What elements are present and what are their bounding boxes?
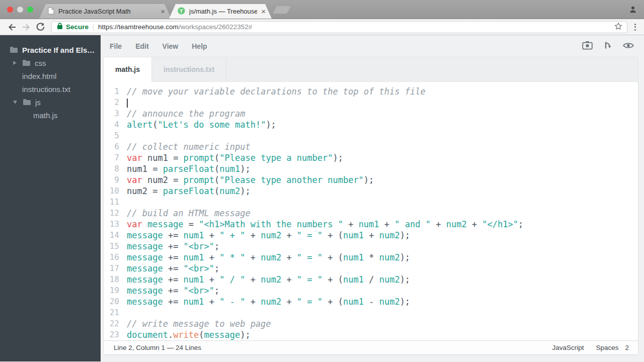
code-text: message += "<br>"; [127,263,219,274]
profile-icon[interactable] [629,6,637,16]
line-number: 4 [104,119,119,130]
tab-close-icon[interactable]: × [260,8,267,15]
lock-icon [57,22,63,32]
tab-close-icon[interactable]: × [159,8,166,15]
code-text: document.write(message); [127,329,251,340]
sidebar-item-label: Practice If and Els… [22,46,95,54]
code-text: var num2 = prompt("Please type another n… [127,174,374,186]
window-minimize-button[interactable] [17,7,23,13]
code-text [127,97,128,108]
back-icon[interactable] [5,22,19,32]
code-line-17[interactable]: 17message += "<br>"; [104,263,638,274]
code-text: // write message to web page [127,318,271,329]
line-number: 2 [104,97,119,108]
code-line-4[interactable]: 4alert("Let's do some math!"); [104,119,638,130]
menu-view[interactable]: View [163,42,179,50]
editor-tabs: math.jsinstructions.txt [104,57,638,82]
code-line-5[interactable]: 5 [104,130,638,141]
indent-size[interactable]: 2 [625,344,629,351]
folder-icon [10,47,18,53]
code-line-14[interactable]: 14message += num1 + " + " + num2 + " = "… [104,230,638,241]
code-line-12[interactable]: 12// build an HTML message [104,208,638,219]
line-number: 16 [104,252,119,263]
text-cursor [127,99,128,108]
code-text: // move your variable declarations to th… [127,86,426,97]
menu-help[interactable]: Help [192,42,207,50]
url-bar[interactable]: Secure https://teamtreehouse.com/workspa… [51,21,627,33]
editor-tab-math-js[interactable]: math.js [104,57,152,82]
code-line-16[interactable]: 16message += num1 + " * " + num2 + " = "… [104,252,638,263]
code-line-9[interactable]: 9var num2 = prompt("Please type another … [104,174,638,186]
code-line-3[interactable]: 3// announce the program [104,108,638,119]
window-close-button[interactable] [7,7,13,13]
menu-file[interactable]: File [110,42,122,50]
treehouse-icon [178,7,185,16]
line-number: 21 [104,307,119,318]
line-number: 10 [104,186,119,197]
url-separator [93,24,94,31]
url-text[interactable]: https://teamtreehouse.com/workspaces/260… [98,23,614,31]
language-mode[interactable]: JavaScript [552,344,584,351]
sidebar-item-practice-if-and-els[interactable]: Practice If and Els… [0,43,101,56]
url-host: https://teamtreehouse.com [98,23,179,31]
sidebar-item-index-html[interactable]: index.html [0,69,101,82]
browser-menu-icon[interactable] [631,24,639,31]
line-number: 7 [104,152,119,163]
code-line-7[interactable]: 7var num1 = prompt("Please type a number… [104,152,638,163]
camera-icon[interactable] [582,41,593,52]
indent-type[interactable]: Spaces [596,344,618,351]
browser-tab-treehouse-workspace[interactable]: js/math.js — Treehouse Works × [169,4,272,19]
code-area[interactable]: 1// move your variable declarations to t… [104,82,638,340]
code-line-21[interactable]: 21 [104,307,638,318]
code-line-8[interactable]: 8num1 = parseFloat(num1); [104,163,638,174]
line-number: 5 [104,130,119,141]
status-bar: Line 2, Column 1 — 24 Lines JavaScript S… [104,340,638,354]
code-text: // collect numeric input [127,141,251,152]
code-line-23[interactable]: 23document.write(message); [104,329,638,340]
line-number: 20 [104,296,119,307]
code-line-20[interactable]: 20message += num1 + " - " + num2 + " = "… [104,296,638,307]
window-zoom-button[interactable] [27,7,33,13]
fork-icon[interactable] [603,41,612,52]
code-line-10[interactable]: 10num2 = parseFloat(num2); [104,186,638,197]
cursor-position: Line 2, Column 1 — 24 Lines [114,344,201,351]
eye-icon[interactable] [623,42,634,51]
folder-icon [23,60,30,66]
browser-toolbar: Secure https://teamtreehouse.com/workspa… [0,19,644,35]
code-line-15[interactable]: 15message += "<br>"; [104,241,638,252]
code-text: var num1 = prompt("Please type a number"… [127,152,343,163]
code-line-11[interactable]: 11 [104,197,638,208]
code-line-1[interactable]: 1// move your variable declarations to t… [104,86,638,97]
sidebar-item-math-js[interactable]: math.js [0,109,101,122]
chevron-down-icon[interactable] [13,101,17,104]
sidebar-item-js[interactable]: js [0,96,101,109]
chevron-right-icon[interactable] [13,61,17,65]
browser-tab-practice-javascript-math[interactable]: Practice JavaScript Math × [39,4,171,19]
code-line-19[interactable]: 19message += "<br>"; [104,285,638,296]
code-text: message += "<br>"; [127,241,219,252]
sidebar-item-label: js [35,98,41,107]
code-line-13[interactable]: 13var message = "<h1>Math with the numbe… [104,219,638,230]
code-text: message += num1 + " - " + num2 + " = " +… [127,296,410,307]
sidebar-item-label: math.js [33,111,57,120]
code-text: message += num1 + " / " + num2 + " = " +… [127,274,410,285]
tab-title: Practice JavaScript Math [58,8,156,15]
new-tab-button[interactable] [273,6,291,14]
code-text: message += num1 + " * " + num2 + " = " +… [127,252,410,263]
reload-icon[interactable] [33,22,47,32]
line-number: 19 [104,285,119,296]
bookmark-star-icon[interactable] [614,22,623,33]
code-text: message += "<br>"; [127,285,219,296]
code-line-6[interactable]: 6// collect numeric input [104,141,638,152]
menu-edit[interactable]: Edit [135,42,148,50]
sidebar-item-instructions-txt[interactable]: instructions.txt [0,82,101,96]
editor-pane: FileEditViewHelp math.jsinstructions.txt… [101,35,644,361]
line-number: 12 [104,208,119,219]
code-line-18[interactable]: 18message += num1 + " / " + num2 + " = "… [104,274,638,285]
tab-title: js/math.js — Treehouse Works [189,8,257,15]
sidebar-item-css[interactable]: css [0,56,101,69]
code-line-2[interactable]: 2 [104,97,638,108]
code-line-22[interactable]: 22// write message to web page [104,318,638,329]
editor-tab-instructions-txt[interactable]: instructions.txt [152,57,226,81]
forward-icon[interactable] [19,22,33,32]
